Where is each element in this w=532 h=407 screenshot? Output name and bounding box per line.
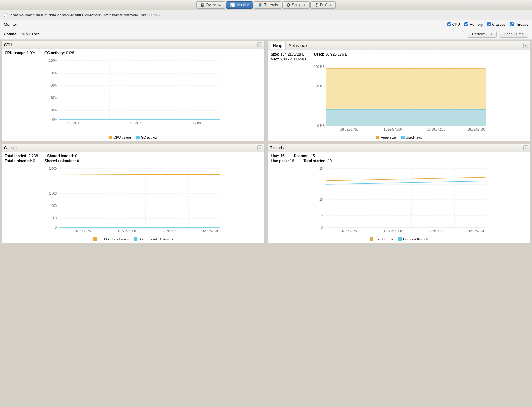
classes-stats-row2: Total unloaded: 0 Shared unloaded: 0 bbox=[5, 159, 261, 163]
classes-chart: 2,000 1,500 1,000 500 0 16:59:56.750 16:… bbox=[4, 166, 262, 234]
heap-dump-button[interactable]: Heap Dump bbox=[499, 31, 528, 38]
tab-profiler[interactable]: ⏱ Profiler bbox=[310, 1, 336, 9]
cpu-chart-area: 100% 80% 60% 40% 20% 0% 16:59:58 16:59:5… bbox=[2, 56, 264, 134]
svg-text:50 MB: 50 MB bbox=[316, 85, 325, 88]
monitor-checkboxes: CPU Memory Classes Threads bbox=[447, 22, 528, 27]
heap-size-dot bbox=[376, 136, 379, 139]
heap-panel: Heap Metaspace × Size: 134,217,728 B Use… bbox=[267, 41, 531, 141]
svg-text:16:59:56.750: 16:59:56.750 bbox=[340, 128, 359, 131]
svg-text:0: 0 bbox=[55, 226, 57, 229]
threads-panel: Threads × Live: 16 Daemon: 15 Live peak:… bbox=[267, 144, 531, 243]
svg-text:16:59:57.250: 16:59:57.250 bbox=[427, 230, 446, 233]
heap-max-stat: Max: 2,147,483,648 B bbox=[271, 57, 308, 61]
svg-text:5: 5 bbox=[321, 213, 323, 217]
heap-legend: Heap size Used heap bbox=[268, 134, 530, 141]
total-classes-dot bbox=[93, 237, 97, 241]
checkbox-cpu[interactable]: CPU bbox=[447, 22, 460, 27]
classes-panel-close[interactable]: × bbox=[257, 145, 262, 150]
cpu-legend-gc: GC activity bbox=[136, 136, 157, 139]
threads-legend: Live threads Daemon threads bbox=[268, 236, 530, 243]
tab-threads[interactable]: 🧵 Threads bbox=[254, 1, 282, 9]
classes-panel-title: Classes bbox=[4, 146, 17, 150]
threads-chart: 15 10 5 0 16:59:56.750 16:59:57.000 16:5… bbox=[270, 166, 528, 234]
daemon-stat: Daemon: 15 bbox=[294, 154, 315, 158]
heap-chart-area: 100 MB 50 MB 0 MB 16:59:56.750 16:59:57.… bbox=[268, 63, 530, 134]
panels-container: CPU × CPU usage: 1.0% GC activity: 0.0% bbox=[0, 40, 532, 244]
app-circle-icon bbox=[4, 13, 8, 17]
threads-panel-title: Threads bbox=[270, 146, 284, 150]
metaspace-tab[interactable]: Metaspace bbox=[286, 42, 310, 49]
cpu-panel-close[interactable]: × bbox=[257, 42, 262, 47]
classes-legend-total: Total loaded classes bbox=[93, 237, 129, 241]
svg-text:1,500: 1,500 bbox=[49, 192, 57, 195]
svg-text:16:59:58: 16:59:58 bbox=[68, 122, 80, 125]
tab-sampler[interactable]: ⚙ Sampler bbox=[282, 1, 310, 9]
threads-icon: 🧵 bbox=[258, 2, 263, 7]
svg-text:100%: 100% bbox=[49, 59, 57, 62]
heap-tab[interactable]: Heap bbox=[270, 42, 286, 49]
svg-text:0%: 0% bbox=[52, 118, 57, 121]
threads-stats-row1: Live: 16 Daemon: 15 bbox=[271, 154, 527, 158]
uptime-bar: Uptime: 0 min 10 sec Perform GC Heap Dum… bbox=[0, 29, 532, 40]
daemon-threads-dot bbox=[398, 237, 402, 241]
shared-unloaded-stat: Shared unloaded: 0 bbox=[44, 159, 79, 163]
shared-loaded-stat: Shared loaded: 0 bbox=[47, 154, 77, 158]
svg-text:10: 10 bbox=[319, 198, 323, 201]
checkbox-threads[interactable]: Threads bbox=[510, 22, 528, 27]
monitor-header: Monitor CPU Memory Classes Threads bbox=[0, 20, 532, 29]
cpu-stats: CPU usage: 1.0% GC activity: 0.0% bbox=[2, 49, 264, 56]
heap-stats-row2: Max: 2,147,483,648 B bbox=[271, 57, 527, 61]
sampler-icon: ⚙ bbox=[286, 2, 290, 7]
heap-chart: 100 MB 50 MB 0 MB 16:59:56.750 16:59:57.… bbox=[270, 64, 528, 132]
cpu-chart: 100% 80% 60% 40% 20% 0% 16:59:58 16:59:5… bbox=[4, 58, 262, 126]
threads-legend-daemon: Daemon threads bbox=[398, 237, 428, 241]
classes-legend-shared: Shared loaded classes bbox=[134, 237, 173, 241]
svg-text:16:59:56.750: 16:59:56.750 bbox=[74, 230, 93, 233]
overview-icon: 🖥 bbox=[200, 2, 205, 7]
heap-legend-size: Heap size bbox=[376, 136, 396, 139]
heap-legend-used: Used heap bbox=[401, 136, 422, 139]
threads-panel-header: Threads × bbox=[268, 144, 530, 152]
svg-text:0 MB: 0 MB bbox=[317, 124, 325, 127]
threads-stats: Live: 16 Daemon: 15 Live peak: 16 Total … bbox=[268, 152, 530, 164]
total-unloaded-stat: Total unloaded: 0 bbox=[5, 159, 35, 163]
live-peak-stat: Live peak: 16 bbox=[271, 159, 294, 163]
svg-text:1,000: 1,000 bbox=[49, 204, 57, 208]
classes-stats-row1: Total loaded: 2,238 Shared loaded: 0 bbox=[5, 154, 261, 158]
svg-text:16:59:57.500: 16:59:57.500 bbox=[468, 128, 486, 131]
svg-text:16:59:57.250: 16:59:57.250 bbox=[161, 230, 180, 233]
live-stat: Live: 16 bbox=[271, 154, 285, 158]
svg-text:16:59:56.750: 16:59:56.750 bbox=[340, 230, 359, 233]
live-threads-dot bbox=[370, 237, 373, 241]
heap-panel-close[interactable]: × bbox=[523, 43, 528, 48]
classes-panel: Classes × Total loaded: 2,238 Shared loa… bbox=[1, 144, 265, 243]
threads-panel-close[interactable]: × bbox=[523, 145, 528, 150]
heap-stats-row1: Size: 134,217,728 B Used: 36,926,176 B bbox=[271, 52, 527, 56]
svg-text:16:59:57.500: 16:59:57.500 bbox=[468, 230, 486, 233]
cpu-panel-title: CPU bbox=[4, 43, 12, 47]
total-started-stat: Total started: 19 bbox=[303, 159, 332, 163]
svg-text:60%: 60% bbox=[51, 84, 57, 87]
threads-chart-area: 15 10 5 0 16:59:56.750 16:59:57.000 16:5… bbox=[268, 164, 530, 236]
svg-text:17:00:0: 17:00:0 bbox=[193, 122, 203, 125]
gc-color-dot bbox=[136, 136, 140, 139]
svg-text:20%: 20% bbox=[51, 109, 57, 112]
svg-text:16:59:59: 16:59:59 bbox=[130, 122, 142, 125]
svg-text:16:59:57.000: 16:59:57.000 bbox=[384, 128, 402, 131]
tab-overview[interactable]: 🖥 Overview bbox=[196, 1, 225, 9]
checkbox-classes[interactable]: Classes bbox=[487, 22, 505, 27]
cpu-usage-stat: CPU usage: 1.0% bbox=[5, 51, 35, 55]
monitor-icon: 📊 bbox=[230, 2, 235, 7]
heap-panel-header: Heap Metaspace × bbox=[268, 41, 530, 50]
heap-panel-tabs: Heap Metaspace bbox=[270, 42, 310, 49]
svg-text:40%: 40% bbox=[51, 96, 57, 100]
used-heap-dot bbox=[401, 136, 405, 139]
tab-monitor[interactable]: 📊 Monitor bbox=[226, 1, 253, 9]
perform-gc-button[interactable]: Perform GC bbox=[468, 31, 497, 38]
heap-stats: Size: 134,217,728 B Used: 36,926,176 B M… bbox=[268, 50, 530, 63]
app-title: com.youneng.seal.middle.controller.suit.… bbox=[11, 13, 160, 17]
shared-classes-dot bbox=[134, 237, 137, 241]
checkbox-memory[interactable]: Memory bbox=[464, 22, 483, 27]
svg-text:2,000: 2,000 bbox=[49, 167, 57, 170]
svg-text:500: 500 bbox=[51, 217, 57, 220]
